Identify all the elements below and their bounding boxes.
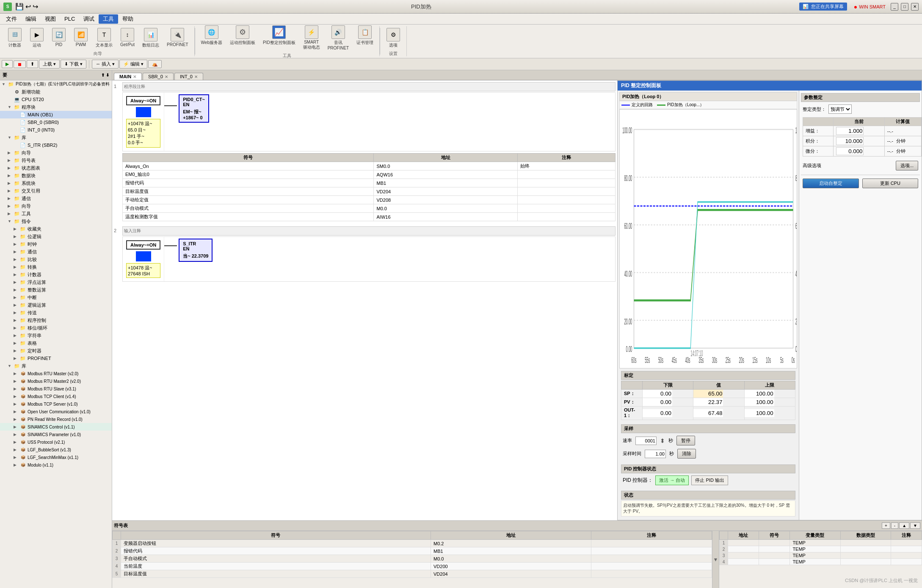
cal-pv-lower-input[interactable]: [643, 398, 672, 406]
table-row[interactable]: 3 TEMP: [720, 552, 922, 559]
cal-sp-lower-input[interactable]: [643, 390, 672, 398]
sidebar-item-state[interactable]: ▶📁 状态图表: [0, 164, 112, 172]
table-row[interactable]: 温度检测数字值 AIW16: [123, 213, 616, 221]
cal-out-value-input[interactable]: [693, 409, 723, 417]
sidebar-item-comm2[interactable]: ▶📁 通信: [0, 248, 112, 256]
deriv-current-input[interactable]: [836, 147, 864, 155]
toolbar-profinet[interactable]: 🔌 PROFINET: [163, 26, 192, 50]
activate-button[interactable]: 激活 → 自动: [655, 475, 689, 485]
toolbar-counter[interactable]: 🔢 计数器: [4, 26, 25, 50]
sidebar-item-wizard[interactable]: ▶📁 向导: [0, 149, 112, 157]
sample-time-input[interactable]: [645, 450, 666, 458]
sidebar-item-cpu[interactable]: 💻 CPU ST20: [0, 96, 112, 103]
table-row[interactable]: 4 当前温度 VD200: [113, 563, 712, 570]
sidebar-item-newfunc[interactable]: ⚙ 新增功能: [0, 88, 112, 96]
sidebar-item-program[interactable]: ▼📁 程序块: [0, 103, 112, 111]
sidebar-item-sitr[interactable]: 📄 S_ITR (SBR2): [0, 141, 112, 149]
minimize-button[interactable]: _: [891, 3, 898, 11]
sidebar-item-root[interactable]: ▼📁 PID加热（七期）(E:\计强PLC培训班学习必备资料: [0, 80, 112, 88]
sidebar-item-sys[interactable]: ▶📁 系统块: [0, 179, 112, 187]
cal-sp-value[interactable]: [693, 390, 744, 398]
sidebar-item-int[interactable]: ▶📁 整数运算: [0, 286, 112, 294]
sidebar-item-pn-rwr[interactable]: ▶📦 PN Read Write Record (v1.0): [0, 415, 112, 423]
table-row[interactable]: 2 报错代码 MB1: [113, 547, 712, 555]
toolbar-text-display[interactable]: T 文本显示: [92, 26, 116, 50]
bottom-toolbar-up[interactable]: ▲: [899, 522, 909, 529]
menu-tools[interactable]: 工具: [99, 14, 118, 24]
sidebar-item-compare[interactable]: ▶📁 比较: [0, 256, 112, 263]
menu-help[interactable]: 帮助: [118, 14, 138, 24]
insert-button[interactable]: ↔ 插入 ▾: [92, 60, 119, 69]
redo-icon[interactable]: ↪: [33, 3, 38, 11]
toolbar-options[interactable]: ⚙ 选项: [383, 26, 404, 50]
sidebar-item-sinamics-ctrl[interactable]: ▶📦 SINAMICS Control (v1.1): [0, 423, 112, 431]
toolbar-motion[interactable]: ▶ 运动: [26, 26, 47, 50]
gain-current-input[interactable]: [836, 127, 864, 135]
auto-tune-button[interactable]: 启动自整定: [803, 179, 859, 188]
sidebar-item-modbus-rtu-master[interactable]: ▶📦 Modbus RTU Master (v2.0): [0, 370, 112, 377]
sidebar-item-uss[interactable]: ▶📦 USS Protocol (v2.1): [0, 438, 112, 446]
gain-current[interactable]: [833, 126, 884, 136]
sidebar-item-profinet2[interactable]: ▶📁 PROFINET: [0, 354, 112, 362]
sidebar-item-modbus-rtu-slave[interactable]: ▶📦 Modbus RTU Slave (v3.1): [0, 385, 112, 393]
integral-current-input[interactable]: [836, 137, 864, 145]
sidebar-expand-icon[interactable]: ⬆: [101, 73, 105, 77]
update-cpu-button[interactable]: 更新 CPU: [862, 179, 919, 188]
rate-input[interactable]: [635, 437, 657, 445]
sidebar-item-modbus-rtu-master2[interactable]: ▶📦 Modbus RTU Master2 (v2.0): [0, 377, 112, 385]
cal-sp-lower[interactable]: [643, 390, 693, 398]
cal-pv-value-input[interactable]: [693, 398, 723, 406]
table-row[interactable]: EM0_输出0 AQW16: [123, 170, 616, 179]
table-row[interactable]: 2 TEMP: [720, 546, 922, 552]
sidebar-item-searchminmax[interactable]: ▶📦 LGF_SearchMinMax (x1.1): [0, 453, 112, 461]
sidebar-item-modulo[interactable]: ▶📦 Modulo (v1.1): [0, 461, 112, 469]
bottom-toolbar-remove[interactable]: -: [891, 522, 898, 529]
sidebar-item-tools[interactable]: ▶📁 工具: [0, 210, 112, 217]
sidebar-item-wizard2[interactable]: ▶📁 向导: [0, 202, 112, 210]
integral-current[interactable]: [833, 136, 884, 146]
save-icon[interactable]: 💾: [15, 3, 24, 11]
undo-icon[interactable]: ↩: [25, 3, 31, 11]
sidebar-item-instructions[interactable]: ▼📁 指令: [0, 217, 112, 225]
table-row[interactable]: 1 变频器启动按钮 M0.2: [113, 540, 712, 547]
table-row[interactable]: 目标温度值 VD204: [123, 187, 616, 196]
sidebar-item-float[interactable]: ▶📁 浮点运算: [0, 278, 112, 286]
table-row[interactable]: 手动给定值 VD208: [123, 196, 616, 204]
compile-button[interactable]: ⬆: [27, 60, 38, 68]
scroll-indicator[interactable]: ▼: [712, 531, 719, 588]
clear-button[interactable]: 清除: [677, 449, 696, 459]
bottom-toolbar-down[interactable]: ▼: [910, 522, 920, 529]
table-row[interactable]: 报错代码 MB1: [123, 179, 616, 187]
sidebar-item-convert[interactable]: ▶📁 转换: [0, 263, 112, 271]
sidebar-item-favorites[interactable]: ▶📁 收藏夹: [0, 225, 112, 233]
maximize-button[interactable]: □: [901, 3, 908, 11]
toolbar-audio[interactable]: 🔊 音讯PROFINET: [324, 24, 353, 52]
tab-main[interactable]: MAIN ✕: [114, 73, 142, 80]
menu-file[interactable]: 文件: [2, 14, 21, 24]
table-row[interactable]: 手自动模式 M0.0: [123, 204, 616, 213]
sidebar-item-xref[interactable]: ▶📁 交叉引用: [0, 187, 112, 195]
tab-int0[interactable]: INT_0 ✕: [174, 73, 203, 80]
table-row[interactable]: 5 目标温度值 VD204: [113, 570, 712, 578]
sidebar-item-timer[interactable]: ▶📁 定时器: [0, 347, 112, 354]
cal-out-lower-input[interactable]: [643, 409, 672, 417]
close-button[interactable]: ✕: [911, 3, 919, 11]
menu-view[interactable]: 视图: [41, 14, 60, 24]
toolbar-pid-panel[interactable]: 📈 PID整定控制面板: [259, 24, 299, 52]
rate-spinner-icon[interactable]: ⬍: [660, 437, 665, 444]
menu-plc[interactable]: PLC: [60, 15, 79, 23]
stop-pid-button[interactable]: 停止 PID 输出: [691, 475, 728, 485]
sidebar-item-data[interactable]: ▶📁 数据块: [0, 172, 112, 179]
sidebar-item-interrupt[interactable]: ▶📁 中断: [0, 294, 112, 301]
sidebar-item-sbr0[interactable]: 📄 SBR_0 (SBR0): [0, 118, 112, 126]
tab-sbr0-close-icon[interactable]: ✕: [165, 74, 168, 79]
sidebar-item-bit[interactable]: ▶📁 位逻辑: [0, 233, 112, 240]
sidebar-item-clock[interactable]: ▶📁 时钟: [0, 240, 112, 248]
table-row[interactable]: 1 TEMP: [720, 540, 922, 546]
toolbar-cert[interactable]: 📋 证书管理: [353, 24, 377, 52]
table-row[interactable]: 4 TEMP: [720, 559, 922, 565]
sidebar-item-modbus-tcp-client[interactable]: ▶📦 Modbus TCP Client (v1.4): [0, 393, 112, 400]
sidebar-item-counter[interactable]: ▶📁 计数器: [0, 271, 112, 278]
cal-pv-upper-input[interactable]: [745, 398, 774, 406]
toolbar-getput[interactable]: ↕ Get/Put: [117, 26, 138, 50]
